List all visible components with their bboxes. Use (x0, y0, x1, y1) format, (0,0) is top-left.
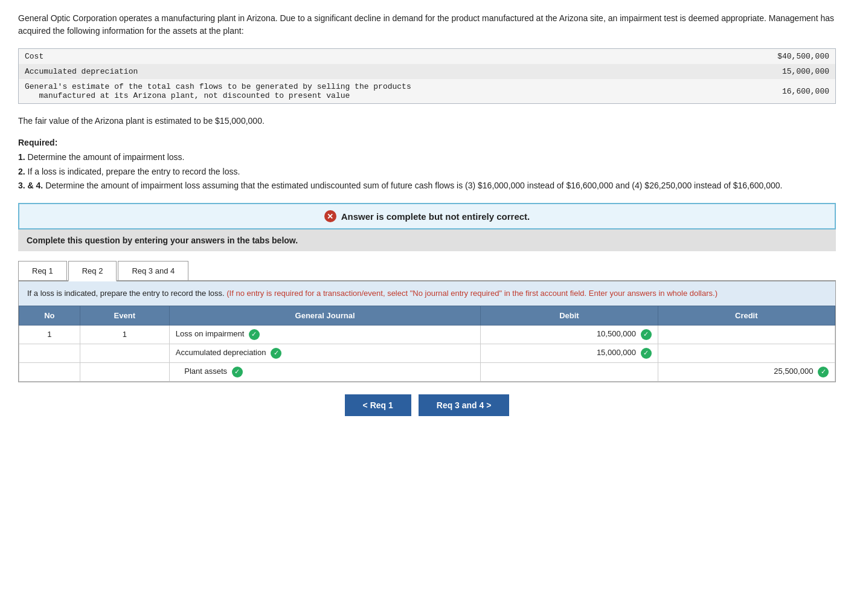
row1-credit (658, 325, 835, 344)
instruction-red: (If no entry is required for a transacti… (226, 289, 718, 298)
check-icon-account2: ✓ (271, 348, 281, 359)
table-header-row: No Event General Journal Debit Credit (19, 306, 835, 325)
instruction-box: If a loss is indicated, prepare the entr… (19, 281, 835, 306)
tab-content: If a loss is indicated, prepare the entr… (18, 281, 836, 382)
row2-event (80, 344, 169, 362)
row1-event: 1 (80, 325, 169, 344)
header-credit: Credit (658, 306, 835, 325)
cost-label: Cost (19, 49, 722, 65)
nav-buttons: < Req 1 Req 3 and 4 > (18, 394, 836, 416)
header-event: Event (80, 306, 169, 325)
row1-no: 1 (19, 325, 80, 344)
tab-req2[interactable]: Req 2 (68, 261, 117, 281)
header-debit: Debit (481, 306, 658, 325)
req3-text: 3. & 4. Determine the amount of impairme… (18, 181, 782, 190)
req2-text: 2. If a loss is indicated, prepare the e… (18, 167, 240, 176)
asset-data-table: Cost $40,500,000 Accumulated depreciatio… (18, 48, 836, 104)
row3-account: Plant assets ✓ (169, 362, 480, 381)
cost-value: $40,500,000 (722, 49, 836, 65)
cash-flows-label: General's estimate of the total cash flo… (19, 79, 722, 104)
complete-banner: Complete this question by entering your … (18, 229, 836, 251)
row3-no (19, 362, 80, 381)
row3-event (80, 362, 169, 381)
answer-banner: ✕ Answer is complete but not entirely co… (18, 203, 836, 229)
req1-text: 1. Determine the amount of impairment lo… (18, 152, 184, 162)
tab-req1[interactable]: Req 1 (18, 261, 67, 280)
table-row: 1 1 Loss on impairment ✓ 10,500,000 ✓ (19, 325, 835, 344)
row3-credit: 25,500,000 ✓ (658, 362, 835, 381)
row2-debit: 15,000,000 ✓ (481, 344, 658, 362)
fair-value-text: The fair value of the Arizona plant is e… (18, 115, 836, 127)
error-icon: ✕ (324, 210, 336, 222)
journal-table: No Event General Journal Debit Credit 1 … (19, 306, 835, 382)
tab-req3and4[interactable]: Req 3 and 4 (118, 261, 188, 280)
row2-credit (658, 344, 835, 362)
check-icon-credit3: ✓ (818, 367, 829, 377)
table-row: Accumulated depreciation ✓ 15,000,000 ✓ (19, 344, 835, 362)
tabs-container: Req 1 Req 2 Req 3 and 4 (18, 261, 836, 281)
cash-flows-value: 16,600,000 (722, 79, 836, 104)
required-section: Required: 1. Determine the amount of imp… (18, 136, 836, 193)
check-icon-debit1: ✓ (641, 329, 652, 340)
prev-button[interactable]: < Req 1 (345, 394, 411, 416)
accum-dep-value: 15,000,000 (722, 64, 836, 79)
next-button-label: Req 3 and 4 > (437, 400, 492, 410)
required-label: Required: (18, 138, 57, 147)
accum-dep-label: Accumulated depreciation (19, 64, 722, 79)
header-general-journal: General Journal (169, 306, 480, 325)
check-icon-account3: ✓ (232, 367, 243, 377)
table-row: Cost $40,500,000 (19, 49, 836, 65)
row2-account: Accumulated depreciation ✓ (169, 344, 480, 362)
header-no: No (19, 306, 80, 325)
instruction-normal: If a loss is indicated, prepare the entr… (27, 289, 226, 298)
check-icon-debit2: ✓ (641, 348, 652, 359)
row1-debit: 10,500,000 ✓ (481, 325, 658, 344)
table-row: General's estimate of the total cash flo… (19, 79, 836, 104)
next-button[interactable]: Req 3 and 4 > (419, 394, 510, 416)
row2-no (19, 344, 80, 362)
prev-button-label: < Req 1 (363, 400, 393, 410)
row1-account: Loss on impairment ✓ (169, 325, 480, 344)
table-row: Accumulated depreciation 15,000,000 (19, 64, 836, 79)
intro-paragraph: General Optic Corporation operates a man… (18, 12, 836, 37)
row3-debit (481, 362, 658, 381)
table-row: Plant assets ✓ 25,500,000 ✓ (19, 362, 835, 381)
answer-banner-text: Answer is complete but not entirely corr… (341, 211, 530, 222)
check-icon-account1: ✓ (249, 329, 260, 340)
